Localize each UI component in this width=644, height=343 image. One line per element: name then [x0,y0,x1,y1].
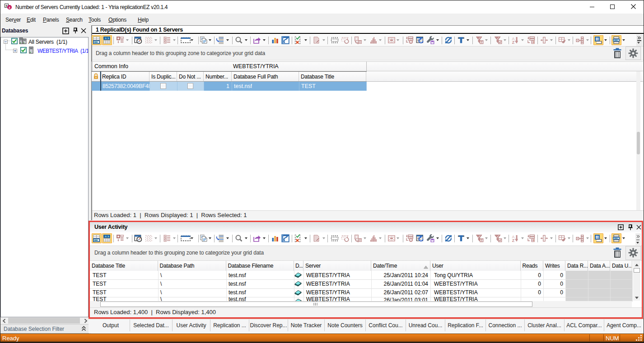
svg-text:e: e [5,4,7,8]
svg-text:z: z [9,5,10,9]
svg-text:T: T [481,41,483,44]
svg-text:T: T [355,37,358,41]
svg-text:Σ: Σ [532,40,534,44]
svg-text:Z: Z [512,40,515,44]
svg-text:T: T [481,239,483,242]
svg-text:Z: Z [512,238,515,242]
svg-text:Σ: Σ [532,238,534,242]
svg-text:T: T [355,235,358,239]
